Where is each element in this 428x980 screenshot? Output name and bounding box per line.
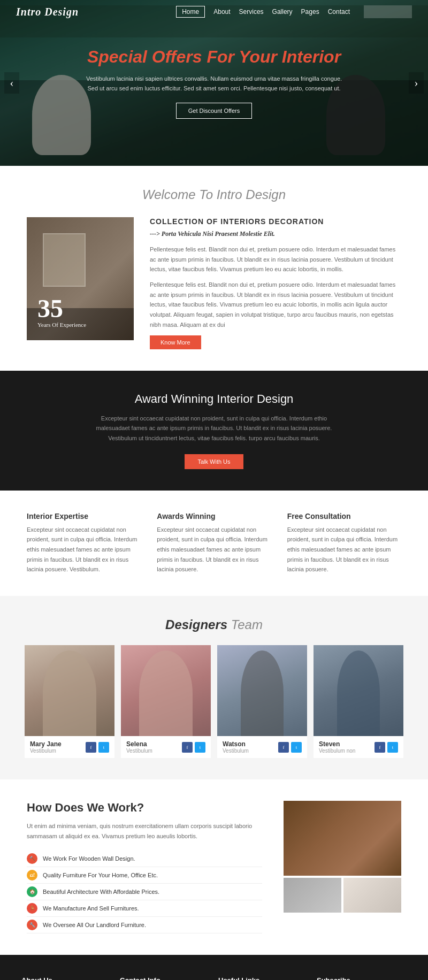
welcome-title-main: Welcome To xyxy=(142,187,217,202)
how-icon-3: 🪑 xyxy=(27,903,37,914)
welcome-title-italic: Intro Design xyxy=(217,187,286,202)
nav-pages[interactable]: Pages xyxy=(301,8,319,16)
how-item-1: 🛋 Quality Furniture For Your Home, Offic… xyxy=(27,867,262,884)
welcome-title: Welcome To Intro Design xyxy=(27,187,401,202)
how-section: How Does We Work? Ut enim ad minima veni… xyxy=(0,779,428,955)
how-icon-0: 🔨 xyxy=(27,853,37,864)
team-title-italic: Team xyxy=(231,617,263,632)
welcome-para1: Pellentesque felis est. Blandit non dui … xyxy=(150,244,401,274)
how-icon-4: 🔧 xyxy=(27,920,37,930)
team-fb-0[interactable]: f xyxy=(86,742,96,753)
talk-button[interactable]: Talk With Us xyxy=(185,454,243,469)
team-fb-3[interactable]: f xyxy=(374,742,385,753)
team-grid: Mary Jane Vestibulum f t Selena Vestibul… xyxy=(16,645,412,758)
footer-grid: About Us Curabitur non nulla sit amet lo… xyxy=(21,976,407,980)
welcome-para2: Pellentesque felis est. Blandit non dui … xyxy=(150,280,401,330)
team-social-0: f t xyxy=(86,742,109,753)
hero-cta-button[interactable]: Get Discount Offers xyxy=(176,103,252,119)
how-images xyxy=(284,801,401,913)
banner-title: Award Winning Interior Design xyxy=(27,392,401,406)
nav-services[interactable]: Services xyxy=(239,8,264,16)
feature-consultation: Free Consultation Excepteur sint occaeca… xyxy=(287,512,401,575)
team-fb-1[interactable]: f xyxy=(182,742,193,753)
team-name-block-0: Mary Jane Vestibulum xyxy=(30,740,62,754)
nav-home[interactable]: Home xyxy=(176,6,205,18)
footer-links-title: Useful Links xyxy=(218,976,306,980)
team-title-main: Designers xyxy=(165,617,231,632)
team-info-1: Selena Vestibulum f t xyxy=(121,736,211,758)
how-item-4: 🔧 We Oversee All Our Landlord Furniture. xyxy=(27,917,262,933)
welcome-section: Welcome To Intro Design 35 Years Of Expe… xyxy=(0,166,428,371)
how-icon-2: 🏠 xyxy=(27,886,37,897)
years-label: Years Of Experience xyxy=(37,321,86,328)
team-name-1: Selena xyxy=(126,740,152,748)
feature-text-1: Excepteur sint occaecat cupidatat non pr… xyxy=(157,525,271,575)
how-item-0: 🔨 We Work For Wooden Wall Design. xyxy=(27,851,262,867)
footer: About Us Curabitur non nulla sit amet lo… xyxy=(0,955,428,980)
team-social-1: f t xyxy=(182,742,205,753)
team-info-3: Steven Vestibulum non f t xyxy=(314,736,403,758)
team-tw-2[interactable]: t xyxy=(291,742,302,753)
nav-search-input[interactable] xyxy=(364,5,412,18)
how-item-2: 🏠 Beautiful Architecture With Affordable… xyxy=(27,884,262,900)
site-logo[interactable]: Intro Design xyxy=(16,6,176,18)
team-role-3: Vestibulum non xyxy=(319,748,355,754)
how-title-normal: We Work? xyxy=(83,801,144,814)
team-role-1: Vestibulum xyxy=(126,748,152,754)
team-social-3: f t xyxy=(374,742,398,753)
team-section: Designers Team Mary Jane Vestibulum f t xyxy=(0,596,428,779)
feature-expertise: Interior Expertise Excepteur sint occaec… xyxy=(27,512,141,575)
team-tw-3[interactable]: t xyxy=(387,742,398,753)
how-text-0: We Work For Wooden Wall Design. xyxy=(43,855,135,862)
team-photo-3 xyxy=(314,645,403,736)
team-name-block-3: Steven Vestibulum non xyxy=(319,740,355,754)
nav-contact[interactable]: Contact xyxy=(328,8,350,16)
footer-contact: Contact Info Location : 1936 4th block b… xyxy=(120,976,208,980)
how-small-image-1 xyxy=(284,878,341,913)
team-info-2: Watson Vestibulum f t xyxy=(217,736,307,758)
how-grid: How Does We Work? Ut enim ad minima veni… xyxy=(27,801,401,933)
nav-about[interactable]: About xyxy=(213,8,230,16)
feature-text-2: Excepteur sint occaecat cupidatat non pr… xyxy=(287,525,401,575)
team-name-3: Steven xyxy=(319,740,355,748)
welcome-text: COLLECTION OF INTERIORS DECORATION ---> … xyxy=(150,217,401,349)
team-tw-0[interactable]: t xyxy=(98,742,109,753)
team-fb-2[interactable]: f xyxy=(278,742,289,753)
team-photo-0 xyxy=(25,645,114,736)
dark-banner-section: Award Winning Interior Design Excepteur … xyxy=(0,371,428,491)
how-main-image xyxy=(284,801,401,876)
hero-prev-button[interactable]: ‹ xyxy=(4,72,19,94)
feature-text-0: Excepteur sint occaecat cupidatat non pr… xyxy=(27,525,141,575)
collection-title: COLLECTION OF INTERIORS DECORATION xyxy=(150,217,401,226)
how-text-3: We Manufacture And Sell Furnitures. xyxy=(43,905,139,912)
team-card-0: Mary Jane Vestibulum f t xyxy=(25,645,114,758)
team-info-0: Mary Jane Vestibulum f t xyxy=(25,736,114,758)
years-number: 35 xyxy=(37,296,86,321)
team-name-block-2: Watson Vestibulum xyxy=(223,740,249,754)
welcome-grid: 35 Years Of Experience COLLECTION OF INT… xyxy=(27,217,401,349)
team-name-0: Mary Jane xyxy=(30,740,62,748)
hero-next-button[interactable]: › xyxy=(409,72,424,94)
feature-title-2: Free Consultation xyxy=(287,512,401,520)
collection-subtitle: ---> Porta Vehicula Nisi Praesent Molest… xyxy=(150,230,401,238)
team-card-3: Steven Vestibulum non f t xyxy=(314,645,403,758)
nav-links: Home About Services Gallery Pages Contac… xyxy=(176,5,412,18)
team-name-block-1: Selena Vestibulum xyxy=(126,740,152,754)
team-card-2: Watson Vestibulum f t xyxy=(217,645,307,758)
team-role-0: Vestibulum xyxy=(30,748,62,754)
team-social-2: f t xyxy=(278,742,302,753)
nav-gallery[interactable]: Gallery xyxy=(272,8,293,16)
how-list: 🔨 We Work For Wooden Wall Design. 🛋 Qual… xyxy=(27,851,262,933)
team-tw-1[interactable]: t xyxy=(195,742,205,753)
team-role-2: Vestibulum xyxy=(223,748,249,754)
footer-about-title: About Us xyxy=(21,976,109,980)
features-section: Interior Expertise Excepteur sint occaec… xyxy=(0,491,428,596)
team-title: Designers Team xyxy=(16,617,412,632)
how-content: How Does We Work? Ut enim ad minima veni… xyxy=(27,801,262,933)
navbar: Intro Design Home About Services Gallery… xyxy=(0,0,428,24)
know-more-button[interactable]: Know More xyxy=(150,335,201,349)
hero-title-highlight: Offers xyxy=(152,47,202,66)
how-text-1: Quality Furniture For Your Home, Office … xyxy=(43,872,158,878)
hero-content: Special Offers For Your Interior Vestibu… xyxy=(70,36,358,129)
team-photo-2 xyxy=(217,645,307,736)
